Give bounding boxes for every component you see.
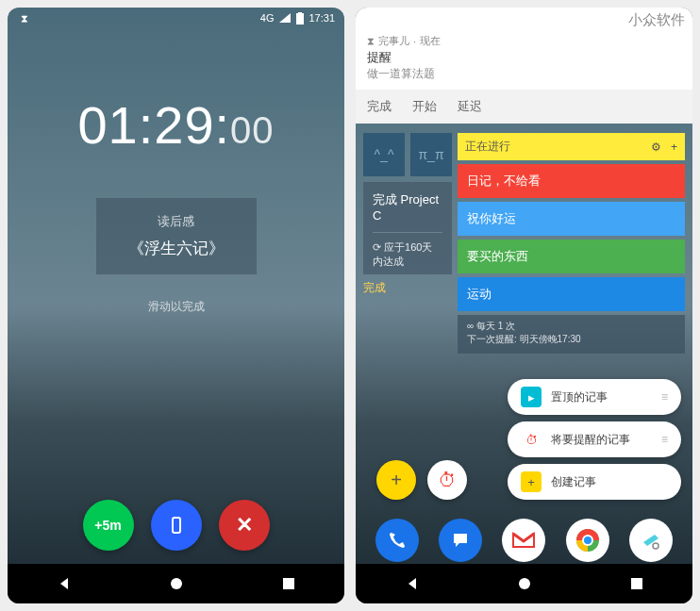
list-header-text: 正在进行 xyxy=(465,139,510,155)
task-card[interactable]: 读后感 《浮生六记》 xyxy=(96,198,257,274)
quick-actions: ▸ 置顶的记事 ≡ ⏱ 将要提醒的记事 ≡ + 创建记事 xyxy=(508,379,681,500)
timer-display: 01:29:00 xyxy=(8,94,344,156)
close-icon: ✕ xyxy=(236,513,253,537)
fab-add-button[interactable]: + xyxy=(376,460,416,500)
action-row: +5m ✕ xyxy=(8,500,344,551)
nav-home[interactable] xyxy=(169,576,184,591)
drag-icon: ≡ xyxy=(661,390,668,404)
watermark: 小众软件 xyxy=(628,11,685,29)
project-done-label[interactable]: 完成 xyxy=(363,280,452,296)
mood-sad[interactable]: π_π xyxy=(410,133,452,176)
messages-app-icon[interactable] xyxy=(439,519,482,562)
status-bar: ⧗ 4G 17:31 xyxy=(8,8,344,28)
clock-label: 17:31 xyxy=(308,12,335,24)
timer-hours: 01 xyxy=(77,95,138,155)
svg-rect-12 xyxy=(631,578,642,589)
fab-strip: + ⏱ xyxy=(376,460,467,500)
notif-when: 现在 xyxy=(420,34,441,48)
nav-recent[interactable] xyxy=(282,577,295,590)
freq-label: ∞ 每天 1 次 xyxy=(467,320,675,333)
signal-icon xyxy=(278,12,292,24)
phone-app-icon[interactable] xyxy=(375,519,419,562)
plus-icon: + xyxy=(521,471,542,492)
notification[interactable]: ⧗ 完事儿 · 现在 提醒 做一道算法题 xyxy=(356,28,692,90)
timer-seconds: 00 xyxy=(230,109,275,151)
notif-actions: 完成 开始 延迟 xyxy=(356,90,692,124)
swipe-hint: 滑动以完成 xyxy=(8,299,344,315)
gmail-app-icon[interactable] xyxy=(502,519,545,562)
chrome-app-icon[interactable] xyxy=(566,519,609,562)
mood-happy[interactable]: ^_^ xyxy=(363,133,405,176)
notif-action-done[interactable]: 完成 xyxy=(367,98,392,115)
timer-icon: ⏱ xyxy=(521,429,542,450)
notif-body: 做一道算法题 xyxy=(367,66,681,82)
svg-point-3 xyxy=(171,578,182,589)
svg-point-10 xyxy=(653,543,658,549)
task-list: 正在进行 ⚙ + 日记，不给看 祝你好运 要买的东西 运动 ∞ 每天 1 次 下… xyxy=(458,133,685,354)
nav-bar xyxy=(356,564,692,603)
phone-screen-widgets: 小众软件 ⧗ 完事儿 · 现在 提醒 做一道算法题 完成 开始 延迟 ^_^ π… xyxy=(356,8,692,603)
dock xyxy=(356,519,692,562)
hourglass-icon: ⧗ xyxy=(21,12,28,25)
task-name: 《浮生六记》 xyxy=(111,238,242,259)
widget-area: ^_^ π_π 完成 Project C ⟳ 应于160天内达成 完成 正在进行… xyxy=(356,124,692,363)
project-title: 完成 Project C xyxy=(373,191,442,223)
nav-bar xyxy=(8,564,344,603)
next-label: 下一次提醒: 明天傍晚17:30 xyxy=(467,333,675,346)
list-footer: ∞ 每天 1 次 下一次提醒: 明天傍晚17:30 xyxy=(458,315,685,354)
cancel-button[interactable]: ✕ xyxy=(219,500,270,551)
fab-timer-button[interactable]: ⏱ xyxy=(427,460,467,500)
svg-rect-4 xyxy=(283,578,294,589)
gear-icon[interactable]: ⚙ xyxy=(651,140,661,154)
svg-rect-0 xyxy=(296,13,304,25)
pill-label: 将要提醒的记事 xyxy=(551,432,630,448)
task-label: 读后感 xyxy=(111,213,242,230)
pause-button[interactable] xyxy=(151,500,202,551)
pill-label: 创建记事 xyxy=(551,474,596,490)
list-item[interactable]: 运动 xyxy=(458,277,685,311)
pill-create-note[interactable]: + 创建记事 xyxy=(508,464,681,500)
left-column: ^_^ π_π 完成 Project C ⟳ 应于160天内达成 完成 xyxy=(363,133,452,354)
nav-back[interactable] xyxy=(405,576,420,591)
pill-reminder-notes[interactable]: ⏱ 将要提醒的记事 ≡ xyxy=(508,421,681,457)
notif-title: 提醒 xyxy=(367,49,681,66)
drag-icon: ≡ xyxy=(661,433,668,446)
add-5m-button[interactable]: +5m xyxy=(83,500,134,551)
nav-back[interactable] xyxy=(57,576,72,591)
app-launcher-icon[interactable] xyxy=(629,519,673,562)
pill-label: 置顶的记事 xyxy=(551,389,608,405)
pill-pinned-notes[interactable]: ▸ 置顶的记事 ≡ xyxy=(508,379,681,415)
svg-rect-2 xyxy=(173,518,180,533)
phone-screen-timer: ⧗ 4G 17:31 01:29:00 读后感 《浮生六记》 滑动以完成 +5m… xyxy=(8,8,344,603)
note-icon: ▸ xyxy=(521,387,542,407)
list-item[interactable]: 要买的东西 xyxy=(458,239,685,273)
nav-recent[interactable] xyxy=(630,577,643,590)
hourglass-icon: ⧗ xyxy=(367,35,375,47)
list-item[interactable]: 日记，不给看 xyxy=(458,164,685,198)
notif-app-name: 完事儿 xyxy=(378,34,409,48)
add-icon[interactable]: + xyxy=(671,140,677,154)
network-label: 4G xyxy=(260,12,275,24)
list-header: 正在进行 ⚙ + xyxy=(458,133,685,160)
svg-point-9 xyxy=(584,537,592,544)
svg-point-11 xyxy=(519,578,530,589)
battery-icon xyxy=(296,12,304,25)
project-goal: ⟳ 应于160天内达成 xyxy=(373,232,442,269)
list-item[interactable]: 祝你好运 xyxy=(458,202,685,236)
svg-rect-1 xyxy=(298,12,302,14)
notif-action-start[interactable]: 开始 xyxy=(412,98,437,115)
pause-icon xyxy=(170,516,183,535)
notif-app-row: ⧗ 完事儿 · 现在 xyxy=(367,34,681,48)
timer-minutes: 29 xyxy=(154,95,214,155)
nav-home[interactable] xyxy=(517,576,532,591)
project-card[interactable]: 完成 Project C ⟳ 应于160天内达成 xyxy=(363,182,452,274)
notif-action-delay[interactable]: 延迟 xyxy=(458,98,482,115)
